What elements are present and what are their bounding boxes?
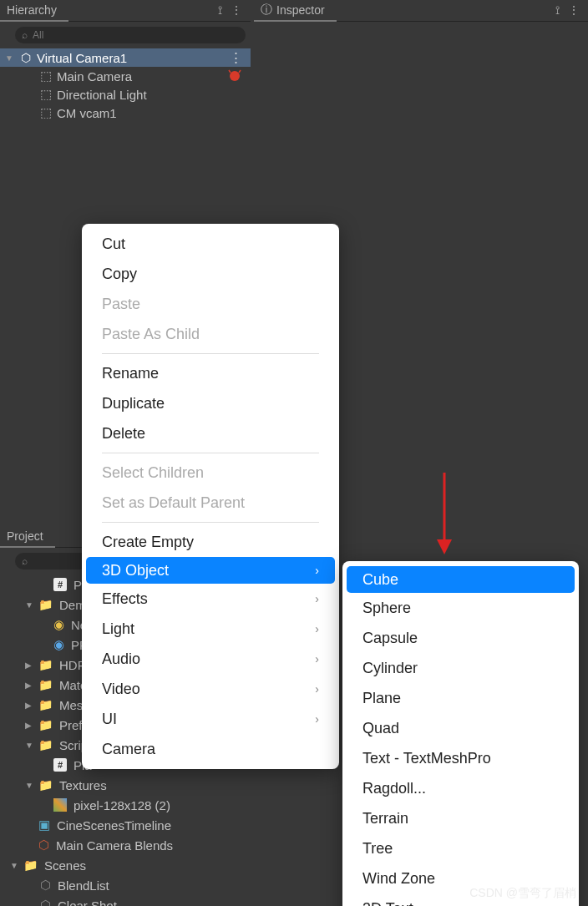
context-menu: CutCopyPastePaste As ChildRenameDuplicat… — [82, 224, 339, 769]
project-item[interactable]: ⬡Main Camera Blends — [0, 835, 251, 855]
menu-item: Select Children — [82, 458, 339, 488]
menu-item: Paste — [82, 289, 339, 319]
scene-icon: ⬡ — [40, 878, 51, 893]
scene-icon: ⬡ — [40, 898, 51, 906]
menu-icon[interactable]: ⋮ — [568, 3, 580, 18]
submenu-item[interactable]: Cylinder — [342, 653, 579, 683]
menu-item[interactable]: Delete — [82, 418, 339, 448]
menu-item[interactable]: Audio› — [82, 644, 339, 674]
project-tab[interactable]: Project — [0, 526, 55, 548]
submenu-item[interactable]: Capsule — [342, 623, 579, 653]
menu-item: Set as Default Parent — [82, 488, 339, 518]
gameobject-icon: ⬚ — [38, 105, 53, 120]
chevron-right-icon: › — [315, 592, 319, 605]
project-item[interactable]: ▼📁Scenes — [0, 855, 251, 875]
svg-point-0 — [230, 71, 240, 81]
menu-item[interactable]: Light› — [82, 614, 339, 644]
menu-item[interactable]: 3D Object› — [86, 557, 335, 584]
search-input[interactable] — [33, 29, 239, 41]
blend-icon: ⬡ — [38, 838, 49, 853]
menu-item[interactable]: Effects› — [82, 584, 339, 614]
script-icon: # — [53, 758, 67, 772]
hierarchy-tree: ▼ ⬡ Virtual Camera1 ⋮ ⬚ Main Camera ⬚ Di… — [0, 47, 251, 124]
chevron-right-icon: › — [315, 564, 319, 577]
project-item[interactable]: ▣CineScenesTimeline — [0, 815, 251, 835]
info-icon: ⓘ — [261, 3, 272, 18]
project-item[interactable]: ▼📁Textures — [0, 775, 251, 795]
menu-item: Paste As Child — [82, 319, 339, 349]
menu-icon[interactable]: ⋮ — [231, 3, 242, 18]
unity-icon: ⬡ — [18, 50, 33, 65]
chevron-right-icon: › — [315, 652, 319, 666]
hierarchy-header: Hierarchy ⟟ ⋮ — [0, 0, 251, 22]
folder-icon: 📁 — [38, 738, 53, 752]
folder-icon: 📁 — [38, 718, 53, 731]
gameobject-icon: ⬚ — [38, 87, 53, 102]
prefab-icon: ◉ — [53, 617, 64, 632]
bug-icon — [227, 68, 242, 85]
menu-item[interactable]: Copy — [82, 259, 339, 289]
submenu-item[interactable]: Cube — [347, 566, 575, 593]
inspector-header: ⓘ Inspector ⟟ ⋮ — [254, 0, 588, 22]
menu-separator — [102, 353, 319, 354]
search-icon: ⌕ — [22, 29, 28, 41]
folder-icon: 📁 — [38, 778, 53, 792]
project-item[interactable]: pixel-128x128 (2) — [0, 795, 251, 815]
folder-icon: 📁 — [38, 658, 53, 671]
submenu-item[interactable]: Ragdoll... — [342, 773, 579, 803]
submenu-item[interactable]: Quad — [342, 713, 579, 743]
project-scene-item[interactable]: ⬡BlendList — [0, 875, 251, 895]
folder-icon: 📁 — [23, 858, 38, 872]
menu-separator — [102, 522, 319, 523]
submenu-item[interactable]: Tree — [342, 833, 579, 863]
watermark: CSDN @雪弯了眉梢 — [469, 886, 576, 901]
hierarchy-search[interactable]: ⌕ — [15, 27, 246, 43]
submenu-item[interactable]: Terrain — [342, 803, 579, 833]
gameobject-icon: ⬚ — [38, 68, 53, 84]
menu-item[interactable]: Create Empty — [82, 527, 339, 557]
folder-icon: 📁 — [38, 598, 53, 611]
scene-row[interactable]: ▼ ⬡ Virtual Camera1 ⋮ — [0, 48, 251, 67]
hierarchy-item[interactable]: ⬚ Main Camera — [0, 67, 251, 85]
lock-icon[interactable]: ⟟ — [218, 3, 222, 18]
chevron-right-icon: › — [315, 712, 319, 726]
lock-icon[interactable]: ⟟ — [555, 3, 560, 18]
context-submenu: CubeSphereCapsuleCylinderPlaneQuadText -… — [342, 561, 579, 906]
prefab-icon: ◉ — [53, 637, 64, 652]
menu-item[interactable]: Rename — [82, 358, 339, 388]
submenu-item[interactable]: Text - TextMeshPro — [342, 743, 579, 773]
menu-item[interactable]: UI› — [82, 704, 339, 734]
menu-item[interactable]: Cut — [82, 229, 339, 259]
hierarchy-item[interactable]: ⬚ Directional Light — [0, 85, 251, 104]
hierarchy-item[interactable]: ⬚ CM vcam1 — [0, 104, 251, 122]
timeline-icon: ▣ — [38, 817, 50, 833]
submenu-item[interactable]: Sphere — [342, 593, 579, 623]
kebab-icon[interactable]: ⋮ — [230, 50, 242, 65]
folder-icon: 📁 — [38, 698, 53, 711]
image-icon — [53, 798, 67, 812]
folder-icon: 📁 — [38, 678, 53, 691]
search-icon: ⌕ — [22, 555, 28, 567]
menu-separator — [102, 453, 319, 453]
project-scene-item[interactable]: ⬡Clear Shot — [0, 895, 251, 906]
submenu-item[interactable]: Plane — [342, 683, 579, 713]
hierarchy-tab[interactable]: Hierarchy — [0, 0, 68, 22]
inspector-tab[interactable]: ⓘ Inspector — [254, 0, 337, 22]
menu-item[interactable]: Video› — [82, 674, 339, 704]
chevron-right-icon: › — [315, 682, 319, 696]
menu-item[interactable]: Camera — [82, 734, 339, 764]
script-icon: # — [53, 578, 67, 591]
menu-item[interactable]: Duplicate — [82, 388, 339, 418]
chevron-right-icon: › — [315, 622, 319, 635]
